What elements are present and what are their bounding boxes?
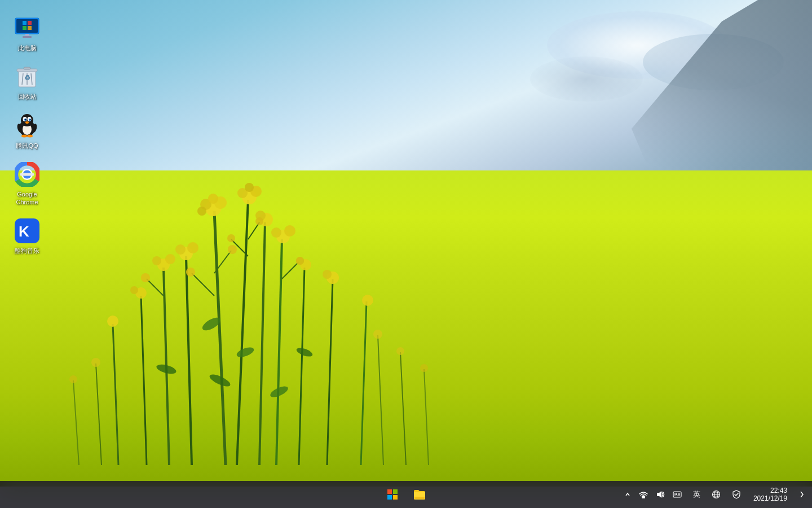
desktop-icon-kugou-music[interactable]: K 酷狗音乐 (5, 213, 50, 259)
recycle-bin-icon: ♻ (14, 63, 41, 90)
svg-rect-70 (28, 21, 32, 25)
chevron-up-icon (625, 491, 630, 498)
svg-text:K: K (19, 223, 29, 240)
svg-point-89 (25, 119, 27, 120)
taskbar-center-icons (380, 482, 432, 507)
chrome-label: Google Chrome (7, 190, 47, 207)
svg-rect-68 (16, 19, 38, 33)
qq-label: 腾讯QQ (16, 142, 38, 150)
shield-icon (732, 490, 741, 499)
kugou-label: 酷狗音乐 (15, 247, 39, 255)
file-explorer-icon (413, 489, 426, 500)
security-icon-button[interactable] (729, 485, 744, 503)
clock-date: 2021/12/19 (753, 494, 787, 502)
notification-button[interactable] (796, 482, 807, 507)
my-computer-label: 此电脑 (18, 44, 37, 52)
region-icon-button[interactable] (708, 485, 724, 503)
ime-icon-button[interactable] (669, 485, 685, 503)
sound-icon (656, 490, 665, 499)
network-icon (639, 490, 648, 499)
svg-rect-74 (23, 36, 32, 38)
svg-rect-72 (28, 26, 32, 30)
recycle-bin-label: 回收站 (18, 93, 37, 100)
windows-logo-icon (387, 489, 398, 500)
chrome-icon (14, 161, 41, 188)
qq-icon (14, 112, 41, 139)
monitor-icon (14, 15, 41, 42)
start-button[interactable] (380, 482, 405, 507)
taskbar-file-explorer-button[interactable] (407, 482, 432, 507)
taskbar: 英 22:43 2021/12/19 (0, 481, 812, 508)
taskbar-right: 英 22:43 2021/12/19 (621, 482, 812, 507)
svg-rect-102 (387, 489, 392, 494)
svg-marker-108 (657, 491, 661, 498)
desktop-icon-my-computer[interactable]: 此电脑 (5, 10, 50, 56)
svg-rect-71 (23, 26, 27, 30)
desktop-icon-qq[interactable]: 腾讯QQ (5, 108, 50, 154)
language-indicator[interactable]: 英 (690, 485, 704, 503)
svg-rect-104 (387, 495, 392, 500)
svg-rect-103 (393, 489, 398, 494)
svg-point-90 (30, 119, 31, 120)
show-hidden-icons-button[interactable] (621, 485, 634, 503)
language-text: 英 (693, 489, 700, 500)
svg-point-92 (21, 134, 27, 137)
svg-rect-106 (414, 497, 425, 499)
svg-point-93 (27, 134, 33, 137)
svg-rect-109 (673, 492, 681, 497)
sound-icon-button[interactable] (652, 485, 668, 503)
svg-rect-99 (20, 173, 34, 176)
globe-icon (712, 490, 721, 499)
svg-point-84 (21, 114, 33, 126)
svg-rect-105 (393, 495, 398, 500)
kugou-icon: K (14, 217, 41, 244)
desktop-icon-recycle-bin[interactable]: ♻ 回收站 (5, 59, 50, 105)
clock-area[interactable]: 22:43 2021/12/19 (749, 482, 792, 507)
desktop-icon-google-chrome[interactable]: Google Chrome (5, 156, 50, 211)
svg-rect-69 (23, 21, 27, 25)
desktop: 此电脑 ♻ 回收站 (0, 0, 812, 487)
clock-time: 22:43 (770, 487, 787, 494)
svg-point-91 (25, 121, 29, 124)
system-tray (621, 485, 685, 503)
ime-icon (673, 490, 682, 499)
svg-rect-77 (24, 67, 30, 69)
svg-text:♻: ♻ (24, 74, 30, 82)
desktop-icons-container: 此电脑 ♻ 回收站 (0, 6, 54, 266)
notification-chevron-icon (800, 491, 804, 498)
network-icon-button[interactable] (636, 485, 651, 503)
